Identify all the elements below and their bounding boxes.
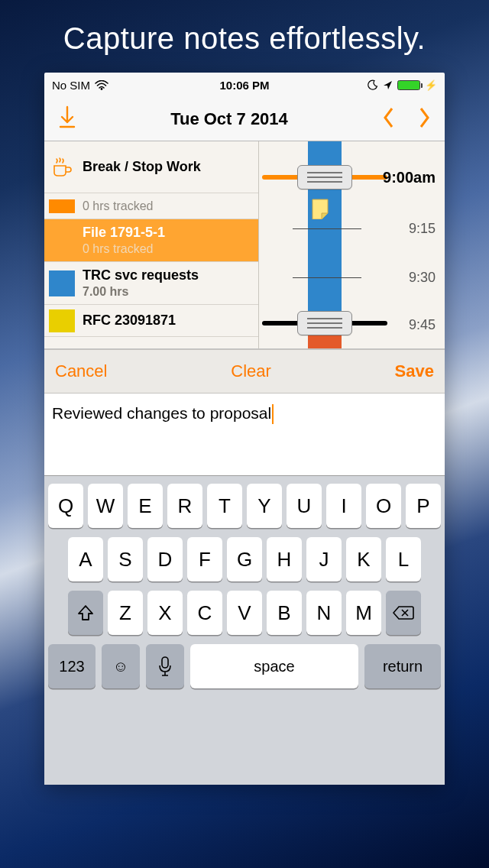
key-p[interactable]: P xyxy=(406,484,441,528)
work-area: Break / Stop Work 0 hrs tracked File 179… xyxy=(44,141,445,349)
key-b[interactable]: B xyxy=(267,591,302,635)
key-g[interactable]: G xyxy=(227,537,262,581)
key-r[interactable]: R xyxy=(167,484,202,528)
key-i[interactable]: I xyxy=(326,484,361,528)
key-j[interactable]: J xyxy=(306,537,342,581)
space-key[interactable]: space xyxy=(190,644,358,688)
key-a[interactable]: A xyxy=(68,537,103,581)
key-s[interactable]: S xyxy=(108,537,143,581)
color-swatch xyxy=(49,199,75,213)
keyboard: Q W E R T Y U I O P A S D F G H J K L Z xyxy=(44,476,445,785)
note-toolbar: Cancel Clear Save xyxy=(44,349,445,394)
key-e[interactable]: E xyxy=(128,484,163,528)
clear-button[interactable]: Clear xyxy=(231,361,271,381)
file-hours: 0 hrs tracked xyxy=(83,241,165,257)
file-row[interactable]: RFC 23091871 xyxy=(44,305,258,337)
key-k[interactable]: K xyxy=(346,537,381,581)
tracked-row-small[interactable]: 0 hrs tracked xyxy=(44,193,258,219)
key-d[interactable]: D xyxy=(147,537,183,581)
break-label: Break / Stop Work xyxy=(83,158,201,176)
phone-frame: No SIM 10:06 PM ⚡ Tue Oct 7 2014 xyxy=(44,73,445,785)
timeline-handle[interactable] xyxy=(297,311,352,335)
key-m[interactable]: M xyxy=(346,591,381,635)
key-w[interactable]: W xyxy=(88,484,123,528)
file-name: RFC 23091871 xyxy=(83,312,176,329)
time-label: 9:15 xyxy=(409,221,436,237)
keyboard-row: Q W E R T Y U I O P xyxy=(48,484,441,528)
hero-caption: Capture notes effortlessly. xyxy=(0,0,489,73)
note-text: Reviewed changes to proposal xyxy=(52,404,271,422)
color-swatch xyxy=(49,309,75,332)
break-row[interactable]: Break / Stop Work xyxy=(44,141,258,193)
numbers-key[interactable]: 123 xyxy=(48,644,96,688)
time-label: 9:45 xyxy=(409,317,436,333)
prev-day-button[interactable] xyxy=(382,106,396,132)
nav-bar: Tue Oct 7 2014 xyxy=(44,97,445,141)
status-bar: No SIM 10:06 PM ⚡ xyxy=(44,73,445,97)
time-label: 9:00am xyxy=(383,169,436,186)
download-button[interactable] xyxy=(58,105,76,133)
dictation-key[interactable] xyxy=(146,644,184,688)
cancel-button[interactable]: Cancel xyxy=(55,361,107,381)
clock: 10:06 PM xyxy=(44,79,445,92)
key-q[interactable]: Q xyxy=(48,484,83,528)
key-z[interactable]: Z xyxy=(108,591,143,635)
save-button[interactable]: Save xyxy=(395,361,434,381)
emoji-key[interactable]: ☺ xyxy=(102,644,140,688)
keyboard-row: 123 ☺ space return xyxy=(48,644,441,688)
time-label: 9:30 xyxy=(409,270,436,286)
battery-icon xyxy=(397,80,420,90)
timeline-tick xyxy=(293,277,361,278)
note-icon[interactable] xyxy=(311,198,329,219)
key-c[interactable]: C xyxy=(187,591,222,635)
key-h[interactable]: H xyxy=(267,537,302,581)
svg-rect-1 xyxy=(162,657,168,668)
file-hours: 7.00 hrs xyxy=(83,284,199,300)
color-swatch xyxy=(49,228,75,254)
key-y[interactable]: Y xyxy=(247,484,282,528)
text-caret xyxy=(272,404,274,424)
timeline[interactable]: 9:00am 9:15 9:30 9:45 xyxy=(258,141,445,348)
file-list[interactable]: Break / Stop Work 0 hrs tracked File 179… xyxy=(44,141,258,348)
key-n[interactable]: N xyxy=(306,591,342,635)
key-v[interactable]: V xyxy=(227,591,262,635)
key-l[interactable]: L xyxy=(386,537,421,581)
key-x[interactable]: X xyxy=(147,591,183,635)
note-textarea[interactable]: Reviewed changes to proposal xyxy=(44,394,445,476)
backspace-key[interactable] xyxy=(386,591,421,635)
date-title: Tue Oct 7 2014 xyxy=(76,109,382,129)
coffee-icon xyxy=(49,156,75,179)
timeline-tick xyxy=(293,228,361,229)
key-t[interactable]: T xyxy=(207,484,242,528)
file-row[interactable]: TRC svc requests 7.00 hrs xyxy=(44,262,258,305)
shift-key[interactable] xyxy=(68,591,103,635)
timeline-handle[interactable] xyxy=(297,165,352,189)
file-name: File 1791-5-1 xyxy=(83,224,165,241)
file-name: TRC svc requests xyxy=(83,267,199,284)
key-f[interactable]: F xyxy=(187,537,222,581)
color-swatch xyxy=(49,270,75,296)
key-o[interactable]: O xyxy=(366,484,401,528)
tracked-hours-label: 0 hrs tracked xyxy=(83,199,153,213)
next-day-button[interactable] xyxy=(417,106,431,132)
keyboard-row: A S D F G H J K L xyxy=(48,537,441,581)
keyboard-row: Z X C V B N M xyxy=(48,591,441,635)
file-row-active[interactable]: File 1791-5-1 0 hrs tracked xyxy=(44,219,258,262)
return-key[interactable]: return xyxy=(364,644,441,688)
key-u[interactable]: U xyxy=(287,484,322,528)
